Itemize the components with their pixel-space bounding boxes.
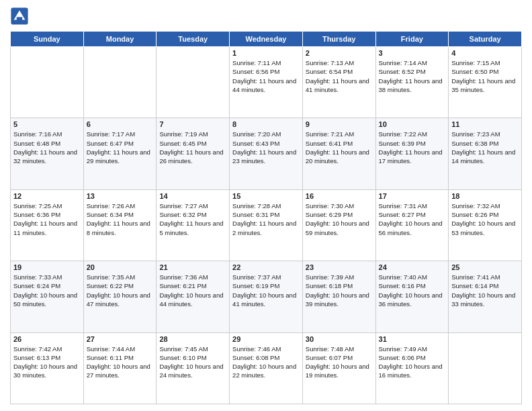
daylight-text: Daylight: 11 hours and 14 minutes.	[451, 148, 515, 165]
sunset-text: Sunset: 6:48 PM	[13, 140, 60, 147]
daylight-text: Daylight: 10 hours and 44 minutes.	[159, 291, 223, 308]
daylight-text: Daylight: 11 hours and 11 minutes.	[13, 220, 77, 236]
sunset-text: Sunset: 6:34 PM	[87, 211, 134, 218]
calendar-cell: 18 Sunrise: 7:32 AM Sunset: 6:26 PM Dayl…	[449, 189, 522, 261]
calendar-cell: 11 Sunrise: 7:23 AM Sunset: 6:38 PM Dayl…	[449, 118, 522, 189]
daylight-text: Daylight: 10 hours and 50 minutes.	[13, 291, 77, 308]
day-number: 29	[232, 335, 300, 343]
cell-content: Sunrise: 7:27 AM Sunset: 6:32 PM Dayligh…	[159, 201, 226, 237]
daylight-text: Daylight: 11 hours and 5 minutes.	[159, 220, 223, 236]
sunset-text: Sunset: 6:24 PM	[13, 282, 60, 289]
sunrise-text: Sunrise: 7:27 AM	[159, 202, 208, 210]
sunset-text: Sunset: 6:50 PM	[451, 68, 498, 75]
day-number: 11	[451, 120, 519, 128]
sunset-text: Sunset: 6:10 PM	[159, 354, 206, 361]
day-number: 14	[159, 192, 226, 200]
sunset-text: Sunset: 6:22 PM	[87, 282, 134, 289]
calendar-day-header: Tuesday	[157, 32, 230, 47]
daylight-text: Daylight: 10 hours and 16 minutes.	[379, 363, 443, 379]
cell-content: Sunrise: 7:11 AM Sunset: 6:56 PM Dayligh…	[232, 58, 300, 94]
calendar-week-row: 5 Sunrise: 7:16 AM Sunset: 6:48 PM Dayli…	[11, 118, 522, 189]
cell-content: Sunrise: 7:19 AM Sunset: 6:45 PM Dayligh…	[159, 130, 226, 165]
sunrise-text: Sunrise: 7:46 AM	[232, 345, 281, 353]
sunset-text: Sunset: 6:31 PM	[232, 211, 279, 218]
sunrise-text: Sunrise: 7:21 AM	[306, 130, 354, 138]
cell-content: Sunrise: 7:40 AM Sunset: 6:16 PM Dayligh…	[379, 273, 446, 308]
day-number: 25	[451, 263, 519, 271]
day-number: 9	[306, 120, 373, 128]
calendar-cell: 27 Sunrise: 7:44 AM Sunset: 6:11 PM Dayl…	[83, 332, 157, 404]
sunrise-text: Sunrise: 7:37 AM	[232, 273, 281, 281]
calendar-day-header: Monday	[83, 32, 157, 47]
day-number: 18	[451, 192, 519, 200]
sunrise-text: Sunrise: 7:39 AM	[306, 273, 354, 281]
calendar-cell: 30 Sunrise: 7:48 AM Sunset: 6:07 PM Dayl…	[302, 332, 375, 404]
cell-content: Sunrise: 7:35 AM Sunset: 6:22 PM Dayligh…	[87, 273, 154, 308]
cell-content: Sunrise: 7:36 AM Sunset: 6:21 PM Dayligh…	[159, 273, 226, 308]
sunset-text: Sunset: 6:43 PM	[232, 140, 279, 147]
sunset-text: Sunset: 6:16 PM	[379, 282, 426, 289]
day-number: 4	[451, 49, 519, 57]
sunset-text: Sunset: 6:38 PM	[451, 140, 498, 147]
sunset-text: Sunset: 6:52 PM	[379, 68, 426, 75]
sunset-text: Sunset: 6:18 PM	[306, 282, 353, 289]
sunset-text: Sunset: 6:54 PM	[306, 68, 353, 75]
daylight-text: Daylight: 10 hours and 27 minutes.	[87, 363, 150, 379]
calendar-cell: 4 Sunrise: 7:15 AM Sunset: 6:50 PM Dayli…	[449, 47, 522, 118]
day-number: 28	[159, 335, 226, 343]
calendar-cell: 26 Sunrise: 7:42 AM Sunset: 6:13 PM Dayl…	[11, 332, 84, 404]
day-number: 10	[379, 120, 446, 128]
sunrise-text: Sunrise: 7:15 AM	[451, 59, 500, 66]
calendar-cell: 23 Sunrise: 7:39 AM Sunset: 6:18 PM Dayl…	[302, 261, 375, 332]
calendar-cell: 6 Sunrise: 7:17 AM Sunset: 6:47 PM Dayli…	[83, 118, 157, 189]
cell-content: Sunrise: 7:48 AM Sunset: 6:07 PM Dayligh…	[306, 345, 373, 380]
cell-content: Sunrise: 7:46 AM Sunset: 6:08 PM Dayligh…	[232, 345, 300, 380]
daylight-text: Daylight: 11 hours and 29 minutes.	[87, 148, 150, 165]
daylight-text: Daylight: 10 hours and 53 minutes.	[451, 220, 515, 236]
calendar-day-header: Friday	[375, 32, 449, 47]
daylight-text: Daylight: 11 hours and 44 minutes.	[232, 77, 296, 93]
day-number: 24	[379, 263, 446, 271]
sunrise-text: Sunrise: 7:33 AM	[13, 273, 62, 281]
sunset-text: Sunset: 6:13 PM	[13, 354, 60, 361]
daylight-text: Daylight: 10 hours and 24 minutes.	[159, 363, 223, 379]
cell-content: Sunrise: 7:39 AM Sunset: 6:18 PM Dayligh…	[306, 273, 373, 308]
daylight-text: Daylight: 10 hours and 56 minutes.	[379, 220, 443, 236]
sunrise-text: Sunrise: 7:16 AM	[13, 130, 62, 138]
sunrise-text: Sunrise: 7:13 AM	[306, 59, 354, 66]
cell-content: Sunrise: 7:14 AM Sunset: 6:52 PM Dayligh…	[379, 58, 446, 94]
daylight-text: Daylight: 11 hours and 23 minutes.	[232, 148, 296, 165]
calendar-day-header: Wednesday	[230, 32, 303, 47]
sunrise-text: Sunrise: 7:45 AM	[159, 345, 208, 353]
day-number: 22	[232, 263, 300, 271]
sunrise-text: Sunrise: 7:14 AM	[379, 59, 427, 66]
cell-content: Sunrise: 7:37 AM Sunset: 6:19 PM Dayligh…	[232, 273, 300, 308]
sunset-text: Sunset: 6:39 PM	[379, 140, 426, 147]
day-number: 21	[159, 263, 226, 271]
day-number: 30	[306, 335, 373, 343]
sunset-text: Sunset: 6:26 PM	[451, 211, 498, 218]
cell-content: Sunrise: 7:44 AM Sunset: 6:11 PM Dayligh…	[87, 345, 154, 380]
calendar-cell: 31 Sunrise: 7:49 AM Sunset: 6:06 PM Dayl…	[375, 332, 449, 404]
cell-content: Sunrise: 7:31 AM Sunset: 6:27 PM Dayligh…	[379, 201, 446, 237]
daylight-text: Daylight: 11 hours and 8 minutes.	[87, 220, 150, 236]
sunrise-text: Sunrise: 7:28 AM	[232, 202, 281, 210]
daylight-text: Daylight: 10 hours and 30 minutes.	[13, 363, 77, 379]
daylight-text: Daylight: 11 hours and 35 minutes.	[451, 77, 515, 93]
daylight-text: Daylight: 10 hours and 19 minutes.	[306, 363, 369, 379]
cell-content: Sunrise: 7:22 AM Sunset: 6:39 PM Dayligh…	[379, 130, 446, 165]
calendar-header-row: SundayMondayTuesdayWednesdayThursdayFrid…	[11, 32, 522, 47]
cell-content: Sunrise: 7:20 AM Sunset: 6:43 PM Dayligh…	[232, 130, 300, 165]
sunset-text: Sunset: 6:56 PM	[232, 68, 279, 75]
calendar-cell: 7 Sunrise: 7:19 AM Sunset: 6:45 PM Dayli…	[157, 118, 230, 189]
calendar-cell: 22 Sunrise: 7:37 AM Sunset: 6:19 PM Dayl…	[230, 261, 303, 332]
cell-content: Sunrise: 7:17 AM Sunset: 6:47 PM Dayligh…	[87, 130, 154, 165]
sunrise-text: Sunrise: 7:20 AM	[232, 130, 281, 138]
calendar-cell: 16 Sunrise: 7:30 AM Sunset: 6:29 PM Dayl…	[302, 189, 375, 261]
calendar-week-row: 19 Sunrise: 7:33 AM Sunset: 6:24 PM Dayl…	[11, 261, 522, 332]
calendar-cell: 17 Sunrise: 7:31 AM Sunset: 6:27 PM Dayl…	[375, 189, 449, 261]
cell-content: Sunrise: 7:28 AM Sunset: 6:31 PM Dayligh…	[232, 201, 300, 237]
calendar-cell: 25 Sunrise: 7:41 AM Sunset: 6:14 PM Dayl…	[449, 261, 522, 332]
sunrise-text: Sunrise: 7:41 AM	[451, 273, 500, 281]
calendar-cell	[449, 332, 522, 404]
